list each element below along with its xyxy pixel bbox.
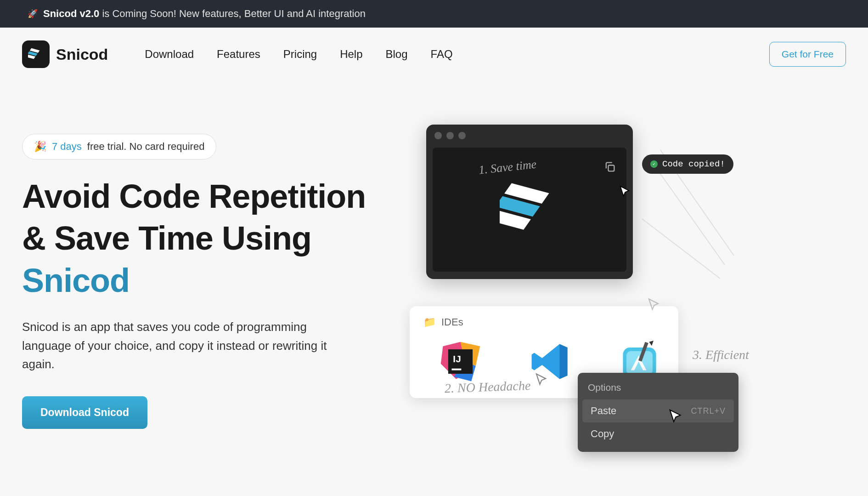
context-item-copy[interactable]: Copy (582, 422, 734, 445)
nav-help[interactable]: Help (340, 48, 362, 61)
cursor-icon (618, 185, 631, 198)
save-time-annotation: 1. Save time (478, 157, 537, 177)
get-free-button[interactable]: Get for Free (769, 42, 846, 67)
svg-text:IJ: IJ (453, 353, 461, 364)
brand-name: Snicod (56, 46, 108, 63)
logo-icon (22, 40, 50, 68)
cursor-icon (667, 409, 683, 424)
trial-badge: 🎉 7 days free trial. No card required (22, 134, 216, 160)
window-dot (434, 132, 442, 139)
toast-text: Code copied! (662, 159, 725, 169)
context-menu-title: Options (582, 379, 734, 399)
hero-description: Snicod is an app that saves you code of … (22, 318, 330, 373)
nav-faq[interactable]: FAQ (431, 48, 453, 61)
paste-label: Paste (591, 405, 616, 417)
intellij-icon: IJ (437, 338, 483, 384)
party-icon: 🎉 (34, 141, 46, 153)
navbar: Snicod Download Features Pricing Help Bl… (0, 28, 868, 81)
svg-line-5 (642, 219, 720, 279)
announcement-bold: Snicod v2.0 (43, 8, 99, 19)
check-icon: ✓ (650, 160, 658, 168)
window-content: 1. Save time (433, 148, 626, 272)
announcement-text: Snicod v2.0 is Coming Soon! New features… (43, 8, 366, 20)
cursor-icon (647, 298, 660, 312)
hero: 🎉 7 days free trial. No card required Av… (0, 81, 868, 429)
nav-blog[interactable]: Blog (386, 48, 408, 61)
nav-links: Download Features Pricing Help Blog FAQ (145, 48, 452, 61)
hero-title: Avoid Code Repetition & Save Time Using … (22, 176, 380, 302)
hero-title-main: Avoid Code Repetition & Save Time Using (22, 178, 366, 257)
svg-marker-19 (649, 340, 654, 345)
paste-shortcut: CTRL+V (691, 406, 726, 416)
window-dot (446, 132, 454, 139)
hero-illustration: 1. Save time ✓ Code co (399, 118, 846, 429)
snicod-logo-large (500, 180, 559, 239)
trial-days: 7 days (52, 141, 82, 153)
ides-header: 📁 IDEs (423, 316, 665, 328)
rocket-icon: 🚀 (28, 9, 38, 19)
context-menu: Options Paste CTRL+V Copy (578, 373, 738, 452)
efficient-annotation: 3. Efficient (693, 348, 749, 362)
copy-label: Copy (591, 428, 614, 440)
context-item-paste[interactable]: Paste CTRL+V (582, 399, 734, 422)
hero-left: 🎉 7 days free trial. No card required Av… (22, 118, 380, 429)
trial-rest: free trial. No card required (87, 141, 205, 153)
app-window-mockup: 1. Save time (426, 125, 633, 279)
folder-icon: 📁 (423, 316, 436, 328)
vscode-icon (527, 338, 573, 384)
svg-rect-6 (609, 165, 614, 171)
nav-features[interactable]: Features (217, 48, 260, 61)
nav-pricing[interactable]: Pricing (283, 48, 317, 61)
announcement-bar: 🚀 Snicod v2.0 is Coming Soon! New featur… (0, 0, 868, 28)
window-controls (426, 125, 633, 143)
copy-icon (603, 160, 616, 173)
ides-label: IDEs (441, 316, 463, 328)
copied-toast: ✓ Code copied! (642, 154, 733, 174)
window-dot (458, 132, 466, 139)
nav-download[interactable]: Download (145, 48, 194, 61)
logo[interactable]: Snicod (22, 40, 108, 68)
cursor-icon (534, 373, 548, 387)
announcement-rest: is Coming Soon! New features, Better UI … (102, 8, 366, 19)
svg-rect-15 (451, 368, 461, 370)
hero-title-accent: Snicod (22, 262, 130, 299)
download-button[interactable]: Download Snicod (22, 396, 147, 429)
no-headache-annotation: 2. NO Headache (444, 378, 530, 396)
